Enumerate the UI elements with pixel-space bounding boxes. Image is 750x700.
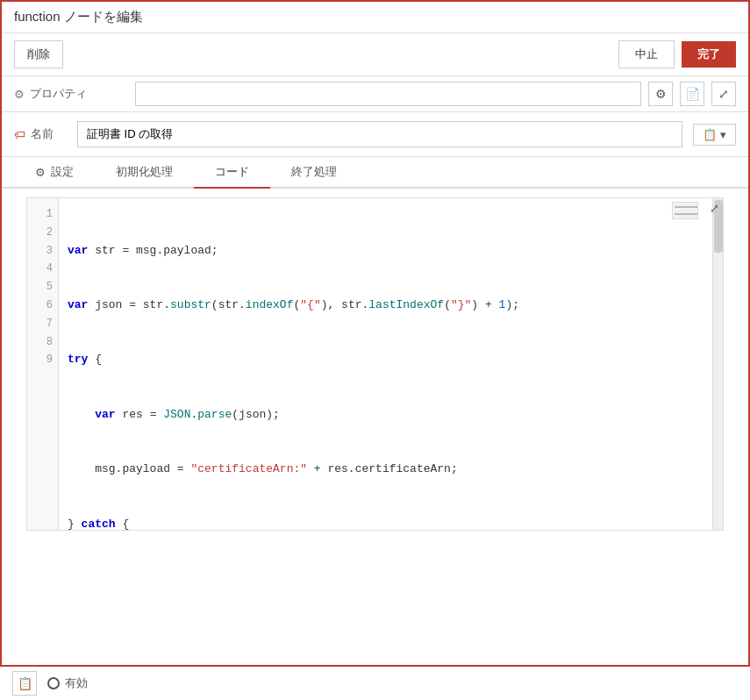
code-line-1: var str = msg.payload; bbox=[68, 242, 704, 261]
tab-init[interactable]: 初期化処理 bbox=[95, 157, 194, 189]
code-thumbnail: ▬▬▬▬▬▬ ▬▬▬▬▬▬▬▬ ▬▬▬▬ bbox=[672, 202, 698, 219]
code-line-2: var json = str.substr(str.indexOf("{"), … bbox=[68, 296, 704, 315]
status-bar: 📋 有効 bbox=[0, 665, 750, 700]
tab-settings[interactable]: ⚙ 設定 bbox=[14, 157, 95, 189]
toolbar: 削除 中止 完了 bbox=[2, 33, 748, 76]
properties-label: ⚙ プロパティ bbox=[14, 86, 128, 102]
delete-button[interactable]: 削除 bbox=[14, 40, 63, 68]
title-bar: function ノードを編集 bbox=[2, 2, 748, 33]
done-button[interactable]: 完了 bbox=[682, 41, 736, 68]
tag-icon: 🏷 bbox=[14, 128, 25, 141]
tab-settings-icon: ⚙ bbox=[35, 166, 46, 179]
properties-text: プロパティ bbox=[30, 86, 87, 102]
properties-gear-icon: ⚙ bbox=[14, 88, 25, 101]
name-label: 🏷 名前 bbox=[14, 126, 67, 142]
tab-end-label: 終了処理 bbox=[291, 164, 337, 180]
tab-code-label: コード bbox=[215, 164, 249, 180]
cancel-button[interactable]: 中止 bbox=[618, 40, 675, 68]
line-numbers: 1 2 3 4 5 6 7 8 9 bbox=[27, 198, 59, 530]
code-editor-area: ▬▬▬▬▬▬ ▬▬▬▬▬▬▬▬ ▬▬▬▬ ⤢ 1 2 3 4 5 6 7 8 9… bbox=[26, 197, 724, 531]
status-clipboard-icon: 📋 bbox=[18, 676, 32, 690]
code-line-3: try { bbox=[68, 351, 704, 369]
tab-settings-label: 設定 bbox=[51, 164, 74, 180]
properties-bar: ⚙ プロパティ ⚙ 📄 ⤢ bbox=[2, 76, 748, 112]
properties-doc-icon-btn[interactable]: 📄 bbox=[680, 82, 704, 106]
properties-expand-icon-btn[interactable]: ⤢ bbox=[711, 82, 736, 106]
code-scrollbar[interactable] bbox=[712, 198, 723, 530]
name-row: 🏷 名前 📋 ▾ bbox=[2, 112, 748, 157]
status-radio-label: 有効 bbox=[65, 675, 88, 691]
code-content[interactable]: var str = msg.payload; var json = str.su… bbox=[59, 198, 712, 530]
tab-init-label: 初期化処理 bbox=[116, 164, 173, 180]
window-title: function ノードを編集 bbox=[14, 9, 143, 24]
status-icon-button[interactable]: 📋 bbox=[12, 671, 37, 696]
code-editor[interactable]: 1 2 3 4 5 6 7 8 9 var str = msg.payload;… bbox=[27, 198, 723, 530]
radio-circle-icon bbox=[47, 677, 60, 689]
name-btn-arrow: ▾ bbox=[720, 128, 726, 141]
name-btn-icon: 📋 bbox=[703, 128, 717, 141]
status-radio[interactable]: 有効 bbox=[47, 675, 88, 691]
code-expand-button[interactable]: ⤢ bbox=[710, 202, 719, 215]
code-line-4: var res = JSON.parse(json); bbox=[68, 406, 704, 425]
name-dropdown-button[interactable]: 📋 ▾ bbox=[693, 124, 736, 146]
tabs-bar: ⚙ 設定 初期化処理 コード 終了処理 bbox=[2, 157, 748, 189]
code-line-6: } catch { bbox=[68, 516, 704, 530]
properties-search-input[interactable] bbox=[135, 82, 641, 106]
tab-code[interactable]: コード bbox=[194, 157, 270, 189]
name-input[interactable] bbox=[77, 121, 682, 147]
code-line-5: msg.payload = "certificateArn:" + res.ce… bbox=[68, 461, 704, 479]
properties-settings-icon-btn[interactable]: ⚙ bbox=[648, 82, 673, 106]
tab-end[interactable]: 終了処理 bbox=[270, 157, 358, 189]
name-label-text: 名前 bbox=[31, 126, 54, 142]
